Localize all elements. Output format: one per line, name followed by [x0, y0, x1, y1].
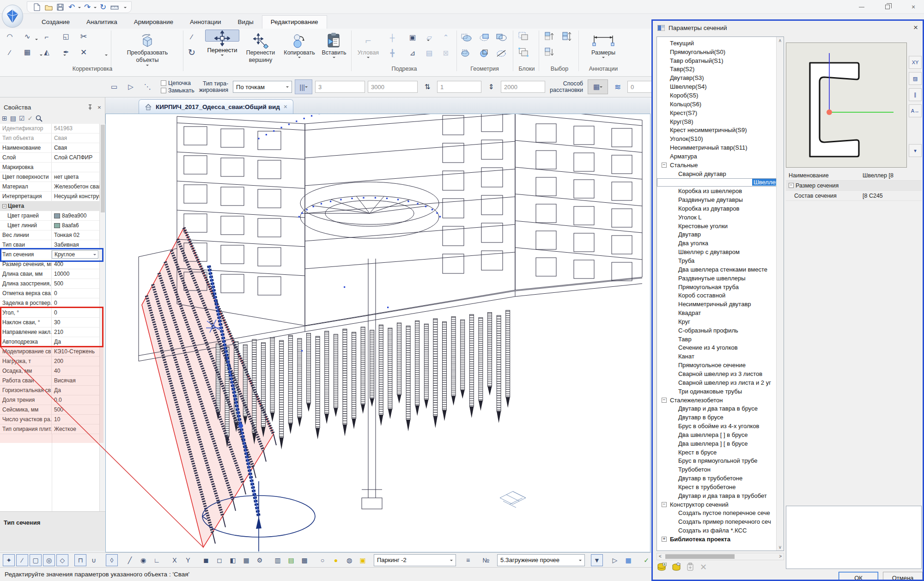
subtract-button[interactable]	[478, 31, 490, 43]
tree-item-label[interactable]: Коробка из швеллеров	[677, 188, 743, 194]
tree-item[interactable]: Кольцо(S6)	[657, 100, 784, 109]
merge-button[interactable]	[460, 47, 472, 59]
tree-expand-icon[interactable]	[670, 188, 675, 194]
tree-item[interactable]: Арматура	[657, 152, 784, 161]
slice-button[interactable]	[495, 47, 507, 59]
tree-item[interactable]: Швеллер	[657, 178, 784, 187]
eyedropper-button[interactable]: ✒	[60, 46, 72, 58]
tree-item-label[interactable]: Двутавр(S3)	[669, 74, 705, 81]
tree-expand-icon[interactable]	[670, 345, 675, 350]
trim-edge-button[interactable]: ⊿	[407, 47, 419, 59]
tree-expand-icon[interactable]	[662, 119, 667, 124]
scale-button[interactable]: ◱	[60, 30, 72, 42]
tree-expand-icon[interactable]: +	[662, 537, 667, 542]
tree-item-label[interactable]: Круг(S8)	[669, 118, 694, 125]
tree-expand-icon[interactable]	[670, 389, 675, 394]
tree-item-label[interactable]: Два швеллера ] [ в брусе	[677, 440, 749, 447]
tree-item[interactable]: Двутавр	[657, 230, 784, 239]
restore-button[interactable]	[881, 2, 894, 12]
ribbon-tab[interactable]: Виды	[230, 16, 262, 29]
ribbon-tab[interactable]: Редактирование	[262, 15, 327, 29]
rows-input[interactable]: 1	[437, 81, 481, 93]
tree-item[interactable]: Двутавр и два тавра в трубобет	[657, 491, 784, 500]
cancel-button[interactable]: Отмена	[883, 572, 923, 581]
workplane-toggle[interactable]: ◊	[106, 554, 118, 566]
property-row[interactable]: Идентификатор 541963	[0, 124, 99, 133]
spline-dropdown-icon[interactable]	[35, 39, 38, 42]
tree-vertical-scrollbar[interactable]: ∧∨	[776, 37, 784, 551]
create-block-button[interactable]	[517, 30, 529, 42]
view-shaded-button[interactable]: ◼	[200, 554, 212, 566]
text-fit-button[interactable]: ▣	[407, 31, 419, 43]
qat-customize-icon[interactable]	[124, 7, 127, 10]
expand-all-icon[interactable]: ⊞	[2, 115, 7, 122]
trim-line-button[interactable]: ∕	[4, 46, 16, 58]
checklist-icon[interactable]: ☑	[19, 115, 25, 122]
tree-expand-icon[interactable]	[662, 67, 667, 72]
tree-item-label[interactable]: Двутавр в трубобетоне	[677, 475, 744, 482]
tree-expand-icon[interactable]	[662, 49, 667, 54]
tree-expand-icon[interactable]	[670, 432, 675, 437]
axes-xy-button[interactable]: XY	[909, 56, 922, 69]
tree-item[interactable]: Тавр	[657, 335, 784, 344]
snap-midpoint-toggle[interactable]: ◇	[56, 554, 68, 566]
search-icon[interactable]	[36, 115, 43, 122]
edit-library-icon[interactable]	[671, 563, 681, 572]
tree-expand-icon[interactable]	[670, 467, 675, 472]
tree-item-label[interactable]: Короб(S5)	[669, 92, 699, 99]
tree-item-label[interactable]: Двутавр в брусе	[677, 414, 725, 421]
net-view-button[interactable]: ▩	[298, 554, 310, 566]
tree-expand-icon[interactable]	[670, 458, 675, 463]
tree-expand-icon[interactable]	[670, 241, 675, 246]
ribbon-tab[interactable]: Аннотации	[182, 16, 229, 29]
tree-expand-icon[interactable]	[670, 284, 675, 290]
copy-button[interactable]: Копировать	[281, 30, 317, 73]
open-file-button[interactable]	[43, 2, 54, 12]
tree-expand-icon[interactable]	[670, 293, 675, 298]
tree-item[interactable]: Сварной швеллер из листа и 2 уг	[657, 378, 784, 387]
property-row[interactable]: Длина заострения,... 500	[0, 279, 99, 289]
tree-item-label[interactable]: Конструктор сечений	[669, 501, 730, 508]
move-dropdown-icon[interactable]	[221, 54, 224, 57]
snap-intersection-toggle[interactable]: ▢	[30, 554, 42, 566]
overlay-button[interactable]	[478, 47, 490, 59]
tree-expand-icon[interactable]	[662, 136, 667, 141]
tree-expand-icon[interactable]	[662, 75, 667, 80]
select-above-button[interactable]	[543, 30, 555, 42]
magnet-to-screen-toggle[interactable]: ⊓	[74, 554, 86, 566]
cut-button[interactable]: ✂	[78, 30, 90, 42]
copy-dropdown-icon[interactable]	[298, 57, 301, 60]
tree-expand-icon[interactable]	[670, 484, 675, 490]
close-loop-checkbox[interactable]	[161, 88, 166, 93]
tree-expand-icon[interactable]	[670, 406, 675, 411]
tree-item[interactable]: Крестовые уголки	[657, 222, 784, 230]
tree-item[interactable]: Брус в обойме из 4-х уголков	[657, 422, 784, 430]
tree-expand-icon[interactable]	[670, 415, 675, 420]
tree-item[interactable]: − Стальные	[657, 161, 784, 169]
tree-expand-icon[interactable]	[662, 84, 667, 89]
mirror-button[interactable]: ◭	[41, 46, 53, 58]
view-settings-button[interactable]: ⚙	[254, 554, 266, 566]
tree-item[interactable]: Короб составной	[657, 291, 784, 300]
tree-item-label[interactable]: Сечение из 4 уголков	[677, 344, 739, 351]
tree-expand-icon[interactable]	[670, 510, 675, 515]
tree-item[interactable]: Прямоугольное сечение	[657, 361, 784, 369]
paste-button[interactable]: Вставить	[318, 30, 350, 73]
dialog-close-icon[interactable]: ×	[913, 23, 918, 32]
tree-item-label[interactable]: Текущий	[669, 40, 695, 47]
tree-item[interactable]: С-образный профиль	[657, 326, 784, 335]
tree-expand-icon[interactable]: −	[662, 398, 667, 403]
property-row[interactable]: Маркировка	[0, 163, 99, 172]
cap-button[interactable]: ⌃	[440, 31, 452, 43]
section-view-green-button[interactable]: ▤	[285, 554, 297, 566]
view-grid-cube-button[interactable]: ▦	[240, 554, 252, 566]
regen-button[interactable]: ↻	[98, 2, 108, 12]
tree-item[interactable]: Круг	[657, 317, 784, 326]
auto-width-button[interactable]: A↔	[909, 104, 922, 117]
tree-item[interactable]: Коробка из двутавров	[657, 204, 784, 213]
rotate-ucs-x-button[interactable]: X	[169, 554, 181, 566]
tree-item-label[interactable]: Тавр(S2)	[669, 66, 696, 73]
tree-item[interactable]: Прямоугольный(S0)	[657, 48, 784, 56]
tree-expand-icon[interactable]	[670, 319, 675, 324]
property-row[interactable]: Цвет граней 8a9ea900	[0, 211, 99, 221]
